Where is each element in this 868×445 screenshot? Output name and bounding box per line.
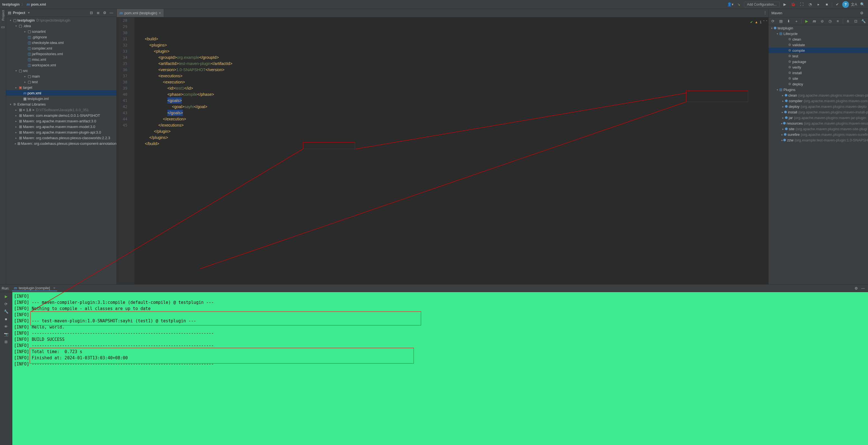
tree-ext-child[interactable]: ▸⊞Maven: org.codehaus.plexus:plexus-clas… [6,135,117,141]
maven-tree-row[interactable]: ▸⬢compiler(org.apache.maven.plugins:mave… [769,98,868,103]
tree-src[interactable]: ▾▢src [6,68,117,73]
project-tab-vertical[interactable]: Project [1,10,5,21]
up-nav-icon[interactable]: ˆ [763,19,765,25]
tree-ext-child[interactable]: ▸⊞Maven: com.example:demo1:0.0.1-SNAPSHO… [6,113,117,118]
tree-idea-child[interactable]: ◫workspace.xml [6,62,117,68]
maven-tree-row[interactable]: ▸⬢install(org.apache.maven.plugins:maven… [769,109,868,115]
maven-tree-row[interactable]: ⚙validate [769,42,868,48]
tree-idea-child[interactable]: ◫compiler.xml [6,46,117,51]
tree-idea[interactable]: ▾▢.idea [6,23,117,29]
maven-tree-row[interactable]: ⚙package [769,59,868,64]
run-label: Run: [2,286,9,290]
maven-reload-icon[interactable]: ⟳ [770,18,776,25]
folder-strip-icon[interactable]: ▭ [1,25,5,29]
run-tab-close-icon[interactable]: × [53,286,56,290]
maven-tree-row[interactable]: ▸⬢deploy(org.apache.maven.plugins:maven-… [769,103,868,109]
tree-ext-child[interactable]: ▸⊞< 1.8 >D:\ITSoftware\Java\jdk1.8.0_351 [6,107,117,113]
maven-m-icon[interactable]: m [812,18,817,25]
coverage-icon[interactable]: ⛶ [798,1,805,8]
maven-tree-row[interactable]: ▸⬢jar(org.apache.maven.plugins:maven-jar… [769,115,868,120]
tree-root[interactable]: ▾▢ testplugin D:\projects\testplugin [6,18,117,23]
profile-icon[interactable]: ◔ [807,1,813,8]
maven-tree-row[interactable]: ▸⬢zzw(org.example:test-maven-plugin:1.0-… [769,137,868,143]
maven-tree-row[interactable]: ⚙install [769,70,868,76]
run-button-icon[interactable]: ▶ [781,1,788,8]
debug-icon[interactable]: 🐞 [790,1,797,8]
editor-more-icon[interactable]: ⋮ [762,9,768,16]
settings-icon[interactable]: ⚙ [101,9,108,16]
user-icon[interactable]: 👤▾ [727,1,734,8]
tree-iml[interactable]: ▦testplugin.iml [6,96,117,101]
run-settings-icon[interactable]: ⚙ [853,285,860,292]
rerun-failed-icon[interactable]: ⟳ [4,302,7,306]
maven-tree-row[interactable]: ▸⬢clean(org.apache.maven.plugins:maven-c… [769,92,868,98]
close-tab-icon[interactable]: × [159,11,161,15]
help-icon[interactable]: ? [842,1,849,8]
run-stop-icon[interactable]: ■ [5,317,7,321]
maven-toggle-icon[interactable]: ≡ [835,18,841,25]
maven-generate-icon[interactable]: ▤ [778,18,784,25]
maven-tree-row[interactable]: ⚙site [769,76,868,81]
commit-icon[interactable]: ✔ [834,1,841,8]
tree-target[interactable]: ▸▣target [6,85,117,90]
run-hide-icon[interactable]: — [860,285,866,292]
select-opened-file-icon[interactable]: ⊟ [88,9,95,16]
maven-settings-icon[interactable]: ⚙ [859,10,865,17]
maven-tree-row[interactable]: ▸⬢resources(org.apache.maven.plugins:mav… [769,120,868,126]
run-layout-icon[interactable]: ⊞ [4,340,7,344]
project-view-dropdown-icon[interactable]: ▼ [27,11,30,14]
maven-tree-row[interactable]: ⚙verify [769,64,868,70]
inspection-widget[interactable]: ✔ ▲ 1 ˆ ˇ [750,19,767,25]
tree-pom[interactable]: mpom.xml [6,90,117,96]
build-hammer-icon[interactable]: ↘ [736,1,742,8]
expand-all-icon[interactable]: ≣ [95,9,101,16]
maven-offline-icon[interactable]: ◷ [827,18,833,25]
breadcrumb-project[interactable]: testplugin [2,2,20,6]
project-view-title[interactable]: Project [13,11,25,15]
maven-run-icon[interactable]: ▶ [804,18,809,25]
maven-add-icon[interactable]: ＋ [794,18,799,25]
maven-tree-row[interactable]: ▾⬢testplugin [769,25,868,31]
maven-wrench-icon[interactable]: 🔧 [861,18,866,25]
hide-icon[interactable]: — [108,9,115,16]
rerun-icon[interactable]: ▶ [5,294,7,299]
maven-download-icon[interactable]: ⬇ [786,18,792,25]
maven-show-deps-icon[interactable]: ⋔ [845,18,851,25]
down-nav-icon[interactable]: ˇ [766,19,767,25]
maven-tree-row[interactable]: ▸⬢surefire(org.apache.maven.plugins:mave… [769,131,868,137]
maven-collapse-icon[interactable]: ⊡ [853,18,859,25]
tree-idea-child[interactable]: ◫misc.xml [6,57,117,62]
editor-tab-pom[interactable]: m pom.xml (testplugin) × [117,9,164,17]
translate-icon[interactable]: 文A [850,1,857,8]
maven-tree-row[interactable]: ▸⬢site(org.apache.maven.plugins:maven-si… [769,126,868,131]
maven-tree-row[interactable]: ⚙deploy [769,81,868,87]
more-run-icon[interactable]: ▸ [815,1,822,8]
run-console[interactable]: [INFO] [INFO] --- maven-compiler-plugin:… [12,292,868,445]
run-camera-icon[interactable]: 📷 [4,332,8,336]
maven-tree-row[interactable]: ▾▤Plugins [769,87,868,92]
stop-icon[interactable]: ■ [824,1,830,8]
maven-tree-row[interactable]: ▾▤Lifecycle [769,31,868,36]
tree-idea-child[interactable]: ◫checkstyle-idea.xml [6,40,117,46]
run-tool-window: Run: m testplugin [compile] × ⚙ — ▶ ⟳ 🔧 … [0,284,868,445]
tree-idea-child[interactable]: ▸▢sonarlint [6,29,117,34]
tree-ext-child[interactable]: ▸⊞Maven: org.apache.maven:maven-plugin-a… [6,129,117,135]
tree-idea-child[interactable]: ◫jarRepositories.xml [6,51,117,57]
tree-ext-child[interactable]: ▸⊞Maven: org.apache.maven:maven-artifact… [6,118,117,124]
breadcrumb-file[interactable]: pom.xml [31,2,46,6]
add-configuration-button[interactable]: Add Configuration... [744,2,780,7]
maven-tree-row[interactable]: ⚙test [769,53,868,59]
run-eye-icon[interactable]: 👁 [4,325,8,329]
maven-tree-row[interactable]: ⚙clean [769,36,868,42]
search-everywhere-icon[interactable]: 🔍 [859,1,866,8]
tree-ext-child[interactable]: ▸⊞Maven: org.codehaus.plexus:plexus-comp… [6,141,117,146]
run-wrench-icon[interactable]: 🔧 [4,309,8,314]
tree-ext-lib[interactable]: ▾⊪External Libraries [6,101,117,107]
tree-ext-child[interactable]: ▸⊞Maven: org.apache.maven:maven-model:3.… [6,124,117,129]
maven-skip-tests-icon[interactable]: ⊘ [819,18,825,25]
maven-tree-row[interactable]: ⚙compile [769,48,868,53]
tree-idea-child[interactable]: ◫.gitignore [6,34,117,40]
tree-src-child[interactable]: ▸▢main [6,73,117,79]
tree-src-child[interactable]: ▸▢test [6,79,117,85]
run-tab[interactable]: m testplugin [compile] × [12,285,57,291]
